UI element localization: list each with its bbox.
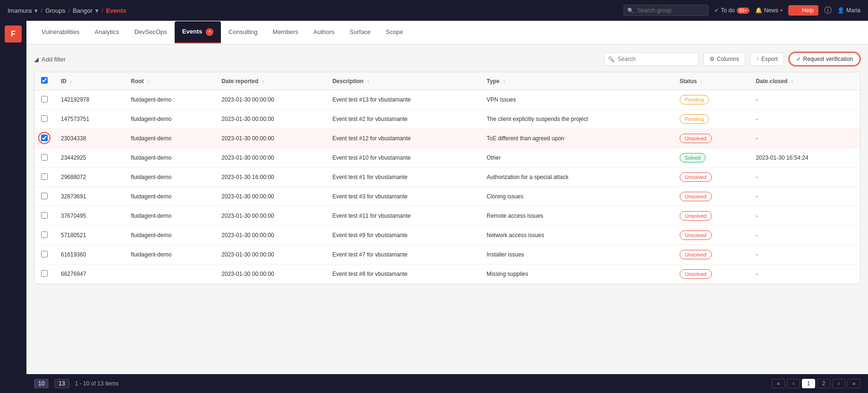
export-button[interactable]: ↑ Export [750, 52, 784, 66]
select-all-header[interactable] [34, 72, 54, 90]
status-badge: Pending [680, 95, 709, 104]
breadcrumb-groups[interactable]: Groups [45, 7, 66, 14]
col-type[interactable]: Type ↕ [480, 72, 673, 90]
cell-description: Event test #9 for vbustamante [326, 226, 480, 245]
page-first-button[interactable]: « [772, 379, 785, 388]
table-header-row: ID ↕ Root ↕ Date reported ↕ Description … [34, 72, 860, 90]
row-checkbox[interactable] [41, 115, 48, 122]
root-sort-icon: ↕ [147, 79, 150, 84]
row-checkbox[interactable] [41, 135, 48, 141]
request-verify-label: Request verification [803, 56, 853, 62]
page-prev-button[interactable]: ‹ [787, 379, 800, 388]
cell-date-closed: - [749, 206, 860, 226]
row-checkbox[interactable] [41, 251, 48, 257]
table: ID ↕ Root ↕ Date reported ↕ Description … [34, 72, 860, 284]
row-checkbox[interactable] [41, 173, 48, 180]
page-size-10[interactable]: 10 [34, 379, 49, 388]
col-description[interactable]: Description ↕ [326, 72, 480, 90]
toolbar-row: ◢ Add filter 🔍 ⚙ Columns ↑ Export [34, 52, 860, 66]
columns-button[interactable]: ⚙ Columns [703, 52, 745, 66]
cell-id: 32873691 [54, 187, 124, 206]
row-checkbox[interactable] [41, 231, 48, 238]
user-label: Maria [846, 7, 860, 14]
tab-scope[interactable]: Scope [378, 22, 411, 43]
request-verification-button[interactable]: ✓ Request verification [789, 52, 860, 66]
events-badge: * [206, 28, 213, 36]
todo-label: To do [721, 7, 734, 14]
breadcrumb: Imamura ▾ / Groups / Bangor ▾ / Events [8, 7, 126, 14]
tab-members[interactable]: Members [265, 22, 306, 43]
row-checkbox[interactable] [41, 96, 48, 103]
tab-events[interactable]: Events * [175, 21, 221, 43]
filter-icon: ◢ [34, 56, 39, 63]
cell-status: Unsolved [673, 226, 749, 245]
search-input[interactable] [604, 52, 699, 66]
cell-date-closed: - [749, 265, 860, 284]
search-group-icon: 🔍 [627, 8, 634, 14]
select-all-checkbox[interactable] [41, 77, 48, 84]
pagination-bar: 10 13 1 - 10 of 13 items « ‹ 1 2 › » [26, 374, 868, 393]
table-row: 37670495 fluidagent-demo 2023-01-30 00:0… [34, 206, 860, 226]
tab-devsecops[interactable]: DevSecOps [126, 22, 174, 43]
page-next-button[interactable]: › [832, 379, 845, 388]
events-table: ID ↕ Root ↕ Date reported ↕ Description … [34, 72, 860, 284]
cell-type: Other [480, 148, 673, 168]
row-checkbox[interactable] [41, 154, 48, 161]
page-1-button[interactable]: 1 [802, 379, 815, 388]
cell-root: fluidagent-demo [124, 206, 215, 226]
checkmark-verify-icon: ✓ [796, 56, 801, 62]
search-group-input[interactable] [624, 5, 708, 16]
row-checkbox[interactable] [41, 270, 48, 277]
checkbox-cell [34, 265, 54, 284]
status-badge: Unsolved [680, 134, 712, 143]
cell-id: 23442925 [54, 148, 124, 168]
todo-button[interactable]: ✓ To do 99+ [714, 7, 749, 14]
cell-type: Remote access issues [480, 206, 673, 226]
cell-root: fluidagent-demo [124, 168, 215, 187]
id-sort-icon: ↕ [70, 79, 72, 84]
row-checkbox[interactable] [41, 193, 48, 199]
row-checkbox[interactable] [41, 212, 48, 219]
tab-surface[interactable]: Surface [342, 22, 379, 43]
cell-root: fluidagent-demo [124, 129, 215, 148]
type-sort-icon: ↕ [503, 79, 505, 84]
cell-status: Unsolved [673, 129, 749, 148]
table-row: 57180521 fluidagent-demo 2023-01-30 00:0… [34, 226, 860, 245]
page-size-13[interactable]: 13 [54, 379, 69, 388]
cell-id: 142192978 [54, 90, 124, 110]
user-button[interactable]: 👤 Maria [837, 7, 860, 14]
cell-root: fluidagent-demo [124, 148, 215, 168]
page-2-button[interactable]: 2 [817, 379, 830, 388]
cell-id: 66276947 [54, 265, 124, 284]
search-wrap: 🔍 [604, 52, 699, 66]
page-last-button[interactable]: » [847, 379, 860, 388]
table-row: 23442925 fluidagent-demo 2023-01-30 00:0… [34, 148, 860, 168]
tabs-bar: Vulnerabilities Analytics DevSecOps Even… [26, 21, 868, 44]
cell-description: Event test #11 for vbustamante [326, 206, 480, 226]
news-button[interactable]: 🔔 News • [755, 6, 783, 15]
checkbox-cell [34, 129, 54, 148]
info-button[interactable]: ⓘ [824, 6, 832, 16]
col-id[interactable]: ID ↕ [54, 72, 124, 90]
cell-date-reported: 2023-01-30 00:00:00 [215, 129, 326, 148]
col-root[interactable]: Root ↕ [124, 72, 215, 90]
breadcrumb-imamura[interactable]: Imamura [8, 7, 32, 14]
col-date-closed[interactable]: Date closed ↕ [749, 72, 860, 90]
breadcrumb-bangor[interactable]: Bangor [73, 7, 93, 14]
add-filter-button[interactable]: ◢ Add filter [34, 56, 66, 63]
tab-vulnerabilities[interactable]: Vulnerabilities [34, 22, 87, 43]
cell-date-closed: 2023-01-30 16:54:24 [749, 148, 860, 168]
cell-description: Event test #7 for vbustamante [326, 245, 480, 265]
tab-consulting[interactable]: Consulting [221, 22, 265, 43]
cell-date-reported: 2023-01-30 00:00:00 [215, 187, 326, 206]
cell-status: Unsolved [673, 265, 749, 284]
sidebar-logo[interactable]: F [5, 26, 22, 43]
help-button[interactable]: ❓ Help [788, 5, 818, 16]
col-date-reported[interactable]: Date reported ↕ [215, 72, 326, 90]
bell-icon: 🔔 [755, 7, 762, 14]
tab-analytics[interactable]: Analytics [87, 22, 126, 43]
tab-authors[interactable]: Authors [306, 22, 342, 43]
cell-status: Solved [673, 148, 749, 168]
table-body: 142192978 fluidagent-demo 2023-01-30 00:… [34, 90, 860, 284]
col-status[interactable]: Status ↕ [673, 72, 749, 90]
